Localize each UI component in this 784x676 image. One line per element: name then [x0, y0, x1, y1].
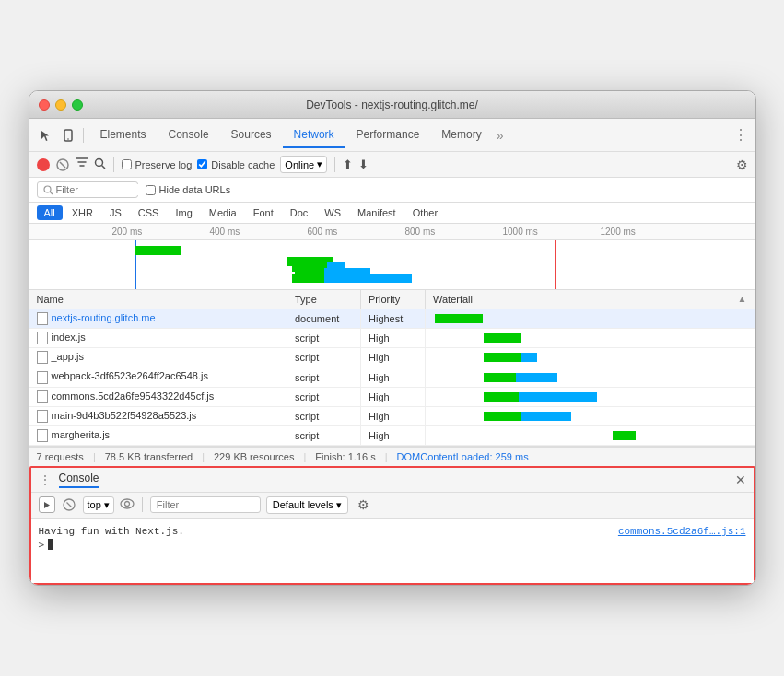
waterfall-bar-7 [433, 431, 636, 440]
filter-other-button[interactable]: Other [405, 205, 446, 220]
default-levels-button[interactable]: Default levels ▾ [266, 496, 348, 514]
col-waterfall[interactable]: Waterfall ▲ [426, 290, 755, 309]
table-row[interactable]: _app.js script High [29, 348, 755, 367]
filter-manifest-button[interactable]: Manifest [350, 205, 404, 220]
filter-input[interactable] [56, 184, 139, 195]
col-name[interactable]: Name [29, 290, 287, 309]
settings-icon[interactable]: ⚙ [736, 157, 748, 172]
tab-console[interactable]: Console [158, 122, 220, 148]
col-priority[interactable]: Priority [361, 290, 426, 309]
svg-point-4 [95, 158, 102, 166]
maximize-button[interactable] [72, 99, 83, 111]
resources-size: 229 KB resources [214, 451, 294, 462]
toolbar-sep-2 [113, 157, 114, 172]
wf-green-bar-7 [613, 431, 636, 440]
title-bar: DevTools - nextjs-routing.glitch.me/ [29, 91, 755, 119]
preserve-log-checkbox[interactable] [122, 159, 132, 169]
sort-arrow-icon: ▲ [738, 294, 747, 304]
filter-media-button[interactable]: Media [202, 205, 244, 220]
col-type[interactable]: Type [287, 290, 361, 309]
console-sep [142, 497, 143, 512]
table-row[interactable]: margherita.js script High [29, 425, 755, 445]
hide-data-urls-checkbox[interactable] [146, 185, 156, 195]
network-toolbar: Preserve log Disable cache Online ▾ ⬆ ⬇ … [29, 152, 755, 178]
devtools-menu-button[interactable]: ⋮ [733, 126, 748, 144]
filter-xhr-button[interactable]: XHR [64, 205, 100, 220]
filter-icon[interactable] [76, 157, 88, 171]
table-row[interactable]: commons.5cd2a6fe9543322d45cf.js script H… [29, 387, 755, 406]
console-panel: ⋮ Console ✕ top ▾ [29, 466, 755, 585]
filter-ws-button[interactable]: WS [317, 205, 348, 220]
chevron-down-icon: ▾ [317, 158, 322, 170]
tick-200ms: 200 ms [112, 227, 143, 237]
row-7-waterfall [426, 425, 755, 445]
tab-sources[interactable]: Sources [220, 122, 283, 148]
row-1-waterfall [426, 309, 755, 329]
play-icon[interactable] [39, 496, 55, 513]
type-filter-bar: All XHR JS CSS Img Media Font Doc WS Man… [29, 203, 755, 224]
filter-font-button[interactable]: Font [246, 205, 281, 220]
search-icon[interactable] [94, 157, 106, 172]
row-2-waterfall [426, 329, 755, 348]
tab-elements[interactable]: Elements [89, 122, 158, 148]
row-1-name: nextjs-routing.glitch.me [29, 309, 287, 329]
record-button[interactable] [37, 158, 50, 171]
disable-cache-label[interactable]: Disable cache [197, 159, 275, 170]
table-row[interactable]: main-9d4b3b522f54928a5523.js script High [29, 406, 755, 425]
console-settings-icon[interactable]: ⚙ [357, 497, 369, 512]
row-6-priority: High [361, 406, 426, 425]
filter-img-button[interactable]: Img [168, 205, 199, 220]
eye-icon[interactable] [120, 498, 135, 512]
console-dots-icon[interactable]: ⋮ [39, 472, 52, 487]
timeline-chart: 200 ms 400 ms 600 ms 800 ms 1000 ms 1200… [29, 224, 755, 290]
tab-performance[interactable]: Performance [345, 122, 431, 148]
filter-css-button[interactable]: CSS [131, 205, 167, 220]
traffic-lights [39, 99, 83, 111]
filter-doc-button[interactable]: Doc [283, 205, 316, 220]
clear-console-icon[interactable] [61, 496, 77, 513]
nav-tabs-container: Elements Console Sources Network Perform… [89, 122, 748, 147]
file-icon [37, 332, 48, 344]
context-select[interactable]: top ▾ [83, 496, 114, 514]
filter-all-button[interactable]: All [37, 205, 63, 220]
clear-button[interactable] [55, 157, 70, 172]
console-cursor[interactable] [48, 539, 53, 550]
table-row[interactable]: index.js script High [29, 329, 755, 348]
table-row[interactable]: webpack-3df6523e264ff2ac6548.js script H… [29, 367, 755, 387]
disable-cache-checkbox[interactable] [197, 159, 207, 169]
tab-network[interactable]: Network [283, 122, 345, 148]
close-button[interactable] [39, 99, 50, 111]
row-5-priority: High [361, 387, 426, 406]
row-4-priority: High [361, 367, 426, 387]
upload-icon[interactable]: ⬆ [343, 157, 353, 171]
throttle-select[interactable]: Online ▾ [280, 156, 327, 173]
red-timeline-line [555, 240, 556, 290]
table-row[interactable]: nextjs-routing.glitch.me document Highes… [29, 309, 755, 329]
console-close-button[interactable]: ✕ [735, 472, 746, 487]
tab-memory[interactable]: Memory [430, 122, 492, 148]
row-2-priority: High [361, 329, 426, 348]
row-6-type: script [287, 406, 361, 425]
preserve-log-label[interactable]: Preserve log [122, 159, 193, 170]
filter-js-button[interactable]: JS [102, 205, 129, 220]
timeline-bar-5a [292, 274, 324, 283]
console-log-line: commons.5cd2a6f….js:1 Having fun with Ne… [39, 524, 746, 539]
wf-green-bar-1 [435, 314, 483, 323]
network-table-wrapper: Name Type Priority Waterfall ▲ nextjs-ro… [29, 290, 755, 447]
timeline-bar-5b [324, 274, 412, 283]
wf-green-bar-3 [484, 353, 521, 362]
cursor-icon[interactable] [37, 126, 55, 145]
svg-marker-8 [44, 502, 50, 508]
console-filter-input[interactable] [150, 496, 261, 513]
console-log-source[interactable]: commons.5cd2a6f….js:1 [618, 526, 746, 537]
svg-point-11 [121, 499, 134, 508]
toolbar-separator [83, 128, 84, 143]
console-log-message: Having fun with Next.js. [39, 526, 184, 537]
hide-data-urls-label[interactable]: Hide data URLs [146, 184, 231, 195]
mobile-icon[interactable] [59, 126, 77, 145]
more-tabs-button[interactable]: » [497, 128, 504, 143]
minimize-button[interactable] [55, 99, 66, 111]
devtools-window: DevTools - nextjs-routing.glitch.me/ Ele… [29, 90, 756, 586]
console-toolbar: top ▾ Default levels ▾ ⚙ [31, 493, 754, 519]
download-icon[interactable]: ⬇ [358, 157, 369, 171]
